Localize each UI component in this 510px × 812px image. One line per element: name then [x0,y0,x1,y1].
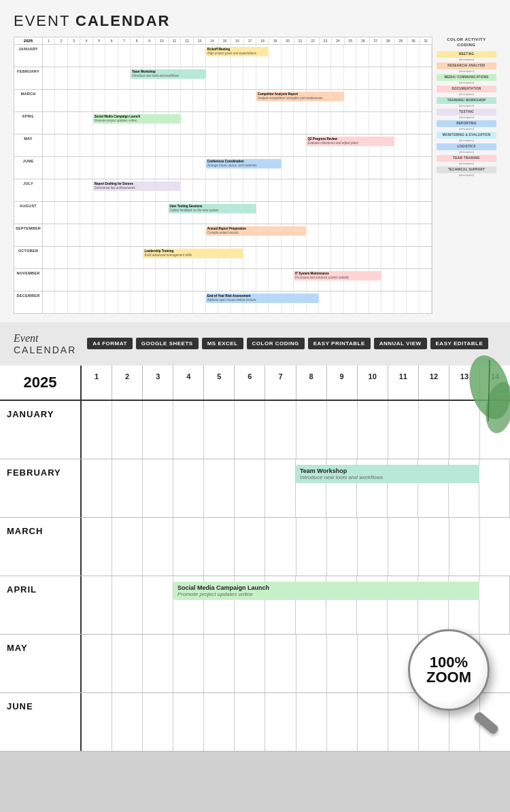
month-row: APRILSocial Media Campaign LaunchPromote… [14,112,432,135]
year-label: 2025 [14,37,43,44]
cal-cell [118,90,131,111]
cal-cell [381,157,394,179]
month-label: JANUARY [14,45,43,67]
bottom-cell [296,693,327,751]
cal-cell [420,202,432,224]
top-calendar: 2025 12345678910111213141516171819202122… [14,37,432,314]
cal-cell [43,45,55,67]
cal-cell [93,45,105,67]
cal-cell [169,45,181,67]
legend-description: (description) [437,104,496,107]
bottom-cell [112,576,143,634]
cal-cell [407,67,419,89]
cal-cell [93,269,105,291]
row-cells: Competitor Analysis ReportAnalyze compet… [43,90,432,111]
cal-cell [218,90,231,111]
legend-description: (description) [437,81,496,84]
cal-cell [231,90,243,111]
month-label: SEPTEMBER [14,224,43,246]
cal-cell [43,157,55,179]
feature-tag: COLOR CODING [247,338,305,349]
cal-cell [93,135,105,156]
legend-description: (description) [437,150,496,154]
cal-cell [143,45,156,67]
days-header: 1234567891011121314151617181920212223242… [43,37,432,44]
feature-tag: A4 FORMAT [87,338,133,349]
month-label: FEBRUARY [14,67,43,89]
day-number: 25 [345,37,357,44]
bottom-month-label: MARCH [0,518,82,576]
calendar-event: Report Drafting for DonorsSummarize key … [93,181,181,191]
row-cells: Leadership TrainingBuild advanced manage… [43,247,432,268]
cal-cell [344,112,356,134]
cal-cell [307,179,319,201]
day-number: 2 [55,37,67,44]
bottom-month-row: APRILSocial Media Campaign LaunchPromote… [0,576,510,635]
bottom-calendar-event: Team WorkshopIntroduce new tools and wor… [296,465,479,483]
cal-cell [369,224,381,246]
legend-item: DOCUMENTATION(description) [437,86,496,96]
bottom-cell [265,459,296,517]
cal-cell [307,45,319,67]
bottom-cell [449,518,480,576]
legend-color-bar: TECHNICAL SUPPORT [437,166,496,173]
zoom-text: 100%ZOOM [426,655,471,685]
cal-cell [331,67,343,89]
cal-cell [68,269,80,291]
cal-cell [369,90,381,111]
cal-cell [331,157,343,179]
cal-cell [181,112,193,134]
cal-cell [420,45,432,67]
cal-cell [243,90,256,111]
day-number: 4 [80,37,92,44]
cal-cell [206,90,218,111]
bottom-cell [358,693,388,751]
cal-cell [181,269,193,291]
bottom-event-title: Social Media Campaign Launch [177,584,475,591]
cal-cell [169,90,181,111]
cal-cell [294,135,306,156]
bottom-cell [112,693,143,751]
cal-cell [344,45,356,67]
cal-cell [394,90,407,111]
cal-cell [55,157,67,179]
row-cells: Kickoff MeetingAlign project goals and e… [43,45,432,67]
cal-cell [206,67,218,89]
cal-cell [381,247,394,268]
bottom-month-row: FEBRUARYTeam WorkshopIntroduce new tools… [0,459,510,518]
cal-cell [256,67,269,89]
bottom-day-number: 3 [143,366,173,400]
feature-tag: EASY PRINTABLE [308,338,371,349]
day-number: 12 [181,37,193,44]
cal-cell [93,202,105,224]
cal-cell [118,157,131,179]
cal-cell [394,247,407,268]
cal-cell [118,67,131,89]
calendar-event: IT System MaintenanceFix issues and enha… [294,271,381,281]
bottom-cell [143,459,173,517]
day-number: 7 [118,37,131,44]
cal-cell [231,112,243,134]
cal-cell [331,112,343,134]
cal-cell [118,247,131,268]
day-number: 10 [156,37,168,44]
cal-cell [218,179,231,201]
cal-cell [282,135,294,156]
calendar-event: Annual Report PreparationCompile project… [206,226,307,236]
cal-cell [319,224,331,246]
cal-cell [43,90,55,111]
bottom-cell [265,693,296,751]
month-row: FEBRUARYTeam WorkshopIntroduce new tools… [14,67,432,90]
cal-cell [420,157,432,179]
cal-cell [105,157,118,179]
cal-cell [169,157,181,179]
event-desc: Introduce new tools and workflows [132,74,205,78]
legend-description: (description) [437,162,496,165]
cal-cell [407,157,419,179]
cal-cell [105,292,118,313]
bottom-month-label: APRIL [0,576,82,634]
cal-cell [118,292,131,313]
cal-cell [420,269,432,291]
day-number: 16 [231,37,243,44]
day-number: 8 [131,37,143,44]
